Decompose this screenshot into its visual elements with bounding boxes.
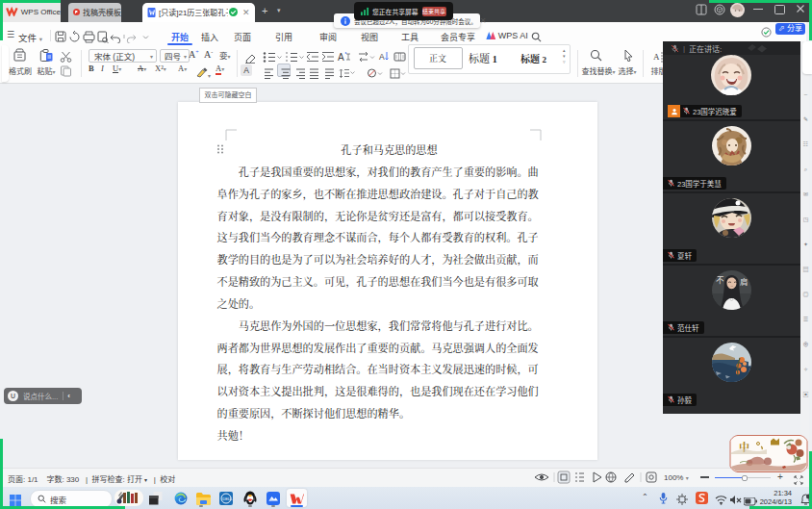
svg-text:A: A [338, 52, 344, 63]
svg-text:肩: 肩 [740, 275, 749, 287]
svg-text:DELL: DELL [222, 496, 233, 501]
svg-text:A: A [379, 52, 385, 62]
svg-text:A: A [653, 52, 660, 62]
svg-text:不: 不 [716, 273, 724, 285]
